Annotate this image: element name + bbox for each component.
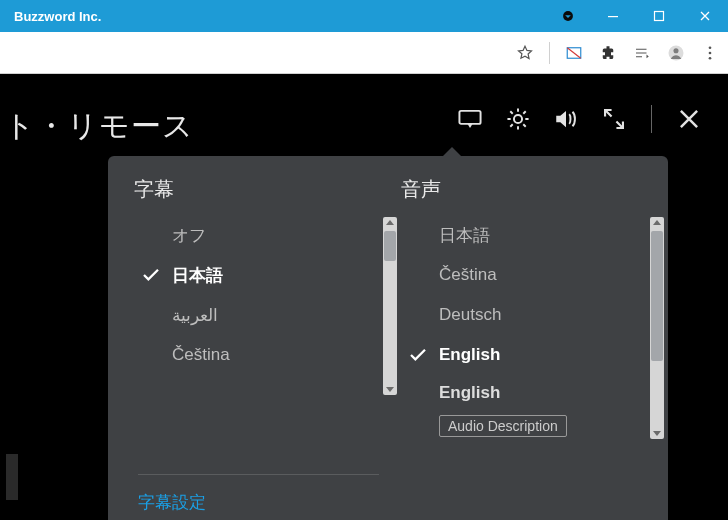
audio-heading: 音声: [401, 176, 668, 203]
svg-point-12: [514, 115, 522, 123]
volume-icon[interactable]: [551, 104, 581, 134]
subtitle-option-label: Čeština: [172, 345, 381, 365]
controls-separator: [651, 105, 652, 133]
maximize-button[interactable]: [636, 0, 682, 32]
subtitles-list: オフ 日本語 العربية Čeština: [134, 215, 401, 375]
audio-option-label: English: [439, 345, 648, 365]
check-icon: [407, 348, 429, 362]
video-player: ト・リモース 10 字幕 オフ 日本語: [0, 74, 728, 520]
svg-point-8: [709, 56, 712, 59]
minimize-button[interactable]: [590, 0, 636, 32]
audio-option-label: Čeština: [439, 265, 648, 285]
subtitles-column: 字幕 オフ 日本語 العربية: [134, 176, 401, 520]
settings-icon[interactable]: [503, 104, 533, 134]
audio-option-label: English: [439, 383, 500, 403]
fullscreen-icon[interactable]: [599, 104, 629, 134]
audio-list: 日本語 Čeština Deutsch English: [401, 215, 668, 445]
subtitles-heading: 字幕: [134, 176, 401, 203]
check-icon: [140, 268, 162, 282]
subtitle-option-off[interactable]: オフ: [134, 215, 381, 255]
subtitle-option-japanese[interactable]: 日本語: [134, 255, 381, 295]
subtitle-settings-link[interactable]: 字幕設定: [134, 485, 401, 520]
extensions-icon[interactable]: [596, 41, 620, 65]
subtitles-audio-panel: 字幕 オフ 日本語 العربية: [108, 156, 668, 520]
video-top-controls: [455, 104, 704, 134]
svg-rect-2: [655, 12, 664, 21]
titlebar-dropdown-icon[interactable]: [554, 9, 582, 23]
svg-point-7: [709, 51, 712, 54]
window-controls: [590, 0, 728, 32]
subtitle-option-arabic[interactable]: العربية: [134, 295, 381, 335]
star-icon[interactable]: [513, 41, 537, 65]
svg-rect-11: [459, 111, 480, 124]
titlebar: Buzzword Inc.: [0, 0, 728, 32]
audio-option-german[interactable]: Deutsch: [401, 295, 648, 335]
video-title: ト・リモース: [4, 106, 194, 147]
close-player-icon[interactable]: [674, 104, 704, 134]
svg-point-5: [673, 48, 678, 53]
window-title: Buzzword Inc.: [0, 9, 554, 24]
toolbar-separator: [549, 42, 550, 64]
subtitle-option-label: 日本語: [172, 264, 381, 287]
progress-indicator: [6, 454, 18, 500]
subtitle-option-label: العربية: [172, 305, 381, 326]
subtitles-icon[interactable]: [455, 104, 485, 134]
browser-toolbar: [0, 32, 728, 74]
music-ext-icon[interactable]: [630, 41, 654, 65]
audio-option-english-ad[interactable]: English Audio Description: [401, 375, 648, 445]
audio-option-label: Deutsch: [439, 305, 648, 325]
audio-option-label: 日本語: [439, 224, 648, 247]
subtitle-option-label: オフ: [172, 224, 381, 247]
kebab-menu-icon[interactable]: [698, 41, 722, 65]
svg-rect-1: [608, 16, 618, 17]
audio-column: 音声 日本語 Čeština Deutsch: [401, 176, 668, 520]
subtitles-divider: [138, 474, 379, 475]
screenshot-ext-icon[interactable]: [562, 41, 586, 65]
audio-option-english[interactable]: English: [401, 335, 648, 375]
close-button[interactable]: [682, 0, 728, 32]
profile-icon[interactable]: [664, 41, 688, 65]
subtitles-scrollbar[interactable]: [383, 217, 397, 395]
subtitle-option-czech[interactable]: Čeština: [134, 335, 381, 375]
svg-point-6: [709, 46, 712, 49]
audio-scrollbar[interactable]: [650, 217, 664, 439]
audio-option-czech[interactable]: Čeština: [401, 255, 648, 295]
audio-option-japanese[interactable]: 日本語: [401, 215, 648, 255]
audio-description-badge: Audio Description: [439, 415, 567, 437]
